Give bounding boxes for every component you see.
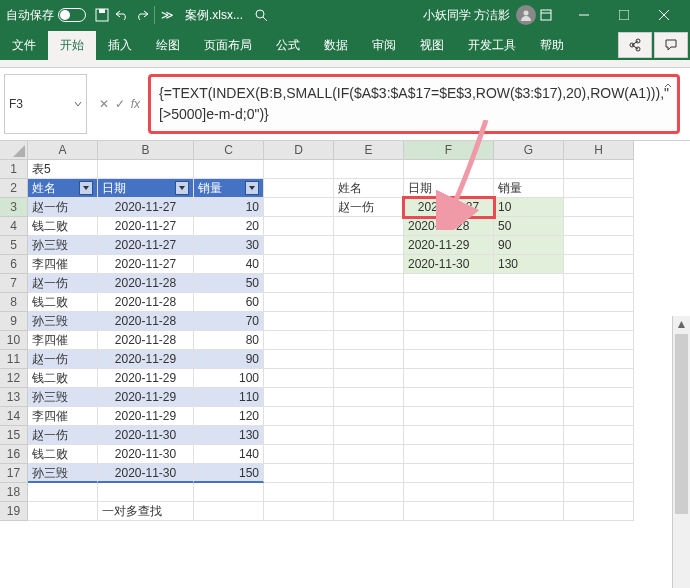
cell-F4[interactable]: 2020-11-28 [404, 217, 494, 236]
cell-C19[interactable] [194, 502, 264, 521]
cell-E16[interactable] [334, 445, 404, 464]
close-button[interactable] [644, 0, 684, 30]
undo-icon[interactable] [112, 5, 132, 25]
cell-F7[interactable] [404, 274, 494, 293]
cell-B2[interactable]: 日期 [98, 179, 194, 198]
row-header-11[interactable]: 11 [0, 350, 28, 369]
cell-B7[interactable]: 2020-11-28 [98, 274, 194, 293]
tab-公式[interactable]: 公式 [264, 31, 312, 60]
search-icon[interactable] [251, 5, 271, 25]
cell-H11[interactable] [564, 350, 634, 369]
cell-B11[interactable]: 2020-11-29 [98, 350, 194, 369]
cell-F11[interactable] [404, 350, 494, 369]
cell-B10[interactable]: 2020-11-28 [98, 331, 194, 350]
cell-E13[interactable] [334, 388, 404, 407]
cell-G19[interactable] [494, 502, 564, 521]
row-header-1[interactable]: 1 [0, 160, 28, 179]
cell-A6[interactable]: 李四催 [28, 255, 98, 274]
cell-C18[interactable] [194, 483, 264, 502]
cell-F16[interactable] [404, 445, 494, 464]
cell-C14[interactable]: 120 [194, 407, 264, 426]
cell-E14[interactable] [334, 407, 404, 426]
cell-A15[interactable]: 赵一伤 [28, 426, 98, 445]
cell-E11[interactable] [334, 350, 404, 369]
cell-A17[interactable]: 孙三毁 [28, 464, 98, 483]
redo-icon[interactable] [132, 5, 152, 25]
cell-G17[interactable] [494, 464, 564, 483]
col-header-C[interactable]: C [194, 141, 264, 160]
cell-C5[interactable]: 30 [194, 236, 264, 255]
enter-icon[interactable]: ✓ [115, 97, 125, 111]
col-header-A[interactable]: A [28, 141, 98, 160]
col-header-F[interactable]: F [404, 141, 494, 160]
minimize-button[interactable] [564, 0, 604, 30]
tab-文件[interactable]: 文件 [0, 31, 48, 60]
cell-D9[interactable] [264, 312, 334, 331]
cell-F13[interactable] [404, 388, 494, 407]
cell-H13[interactable] [564, 388, 634, 407]
cell-F5[interactable]: 2020-11-29 [404, 236, 494, 255]
cell-E12[interactable] [334, 369, 404, 388]
cell-H18[interactable] [564, 483, 634, 502]
cell-B6[interactable]: 2020-11-27 [98, 255, 194, 274]
cell-E6[interactable] [334, 255, 404, 274]
cell-G14[interactable] [494, 407, 564, 426]
cell-F1[interactable] [404, 160, 494, 179]
row-header-9[interactable]: 9 [0, 312, 28, 331]
cell-G7[interactable] [494, 274, 564, 293]
cell-G12[interactable] [494, 369, 564, 388]
cell-G2[interactable]: 销量 [494, 179, 564, 198]
tab-开发工具[interactable]: 开发工具 [456, 31, 528, 60]
vertical-scrollbar[interactable]: ▲ ▼ [672, 316, 690, 588]
cell-F10[interactable] [404, 331, 494, 350]
name-box[interactable]: F3 [4, 74, 87, 134]
cell-G16[interactable] [494, 445, 564, 464]
cell-B3[interactable]: 2020-11-27 [98, 198, 194, 217]
cell-D5[interactable] [264, 236, 334, 255]
col-header-D[interactable]: D [264, 141, 334, 160]
row-header-12[interactable]: 12 [0, 369, 28, 388]
cell-E8[interactable] [334, 293, 404, 312]
cell-D16[interactable] [264, 445, 334, 464]
cell-F3[interactable]: 2020-11-27 [404, 198, 494, 217]
cell-B18[interactable] [98, 483, 194, 502]
cell-D7[interactable] [264, 274, 334, 293]
cell-E9[interactable] [334, 312, 404, 331]
cell-G13[interactable] [494, 388, 564, 407]
formula-expand-icon[interactable] [663, 81, 673, 91]
cell-E19[interactable] [334, 502, 404, 521]
cell-H2[interactable] [564, 179, 634, 198]
row-header-5[interactable]: 5 [0, 236, 28, 255]
cell-A2[interactable]: 姓名 [28, 179, 98, 198]
cell-C7[interactable]: 50 [194, 274, 264, 293]
cell-H8[interactable] [564, 293, 634, 312]
row-headers[interactable]: 12345678910111213141516171819 [0, 160, 28, 521]
row-header-19[interactable]: 19 [0, 502, 28, 521]
row-header-15[interactable]: 15 [0, 426, 28, 445]
cell-H7[interactable] [564, 274, 634, 293]
tab-帮助[interactable]: 帮助 [528, 31, 576, 60]
cell-H14[interactable] [564, 407, 634, 426]
cell-H10[interactable] [564, 331, 634, 350]
cell-C9[interactable]: 70 [194, 312, 264, 331]
cell-A5[interactable]: 孙三毁 [28, 236, 98, 255]
row-header-14[interactable]: 14 [0, 407, 28, 426]
cell-D3[interactable] [264, 198, 334, 217]
cell-C16[interactable]: 140 [194, 445, 264, 464]
cell-H1[interactable] [564, 160, 634, 179]
row-header-3[interactable]: 3 [0, 198, 28, 217]
cell-H9[interactable] [564, 312, 634, 331]
col-header-E[interactable]: E [334, 141, 404, 160]
tab-开始[interactable]: 开始 [48, 31, 96, 60]
ribbon-display-icon[interactable] [536, 5, 556, 25]
cell-G15[interactable] [494, 426, 564, 445]
cell-F19[interactable] [404, 502, 494, 521]
row-header-18[interactable]: 18 [0, 483, 28, 502]
more-qat-icon[interactable]: ≫ [157, 5, 177, 25]
cell-G18[interactable] [494, 483, 564, 502]
cell-A8[interactable]: 钱二败 [28, 293, 98, 312]
cell-H4[interactable] [564, 217, 634, 236]
cell-F6[interactable]: 2020-11-30 [404, 255, 494, 274]
worksheet-grid[interactable]: ABCDEFGH 12345678910111213141516171819 表… [0, 141, 690, 588]
cell-B16[interactable]: 2020-11-30 [98, 445, 194, 464]
